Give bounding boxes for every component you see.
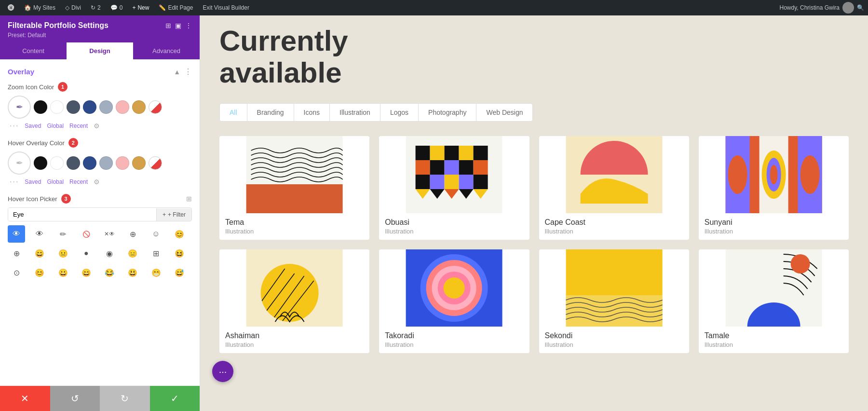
- tab-advanced[interactable]: Advanced: [133, 42, 200, 59]
- filter-tab-photography[interactable]: Photography: [419, 104, 476, 121]
- my-sites-item[interactable]: 🏠 My Sites: [20, 0, 59, 15]
- portfolio-item-takoradi[interactable]: Takoradi Illustration: [379, 249, 529, 353]
- svg-point-29: [728, 155, 747, 194]
- icon-cell-face8[interactable]: 😄: [78, 264, 95, 281]
- panel-layout-icon[interactable]: ▣: [175, 22, 181, 29]
- icon-cell-circle-ring[interactable]: ⊙: [8, 264, 25, 281]
- icon-cell-face5[interactable]: 😆: [171, 245, 188, 262]
- section-menu-icon[interactable]: ⋮: [184, 67, 192, 76]
- saved-link[interactable]: Saved: [25, 123, 41, 129]
- icon-cell-face12[interactable]: 😅: [171, 264, 188, 281]
- global-link[interactable]: Global: [47, 123, 64, 129]
- icon-cell-face4[interactable]: 😑: [124, 245, 141, 262]
- icon-cell-face3[interactable]: 😐: [54, 245, 72, 262]
- tab-design[interactable]: Design: [67, 42, 133, 59]
- recent-link[interactable]: Recent: [69, 123, 88, 129]
- collapse-icon[interactable]: ▲: [174, 68, 180, 76]
- hover-swatch-black[interactable]: [34, 156, 47, 170]
- panel-menu-icon[interactable]: ⋮: [185, 22, 192, 29]
- swatch-gray[interactable]: [99, 100, 113, 114]
- hover-overlay-color-preview[interactable]: ✒: [8, 151, 31, 175]
- portfolio-item-ashaiman[interactable]: Ashaiman Illustration: [219, 249, 369, 353]
- filter-tab-illustration[interactable]: Illustration: [330, 104, 380, 121]
- icon-cell-crosshair[interactable]: ⊕: [8, 245, 25, 262]
- icon-cell-face6[interactable]: 😊: [31, 264, 48, 281]
- divi-item[interactable]: ◇ Divi: [61, 0, 85, 15]
- cancel-button[interactable]: ✕: [0, 386, 50, 411]
- swatch-dark-green[interactable]: [67, 100, 80, 114]
- icon-cell-face1[interactable]: 😊: [171, 225, 188, 243]
- undo-button[interactable]: ↺: [50, 386, 100, 411]
- swatch-black[interactable]: [34, 100, 47, 114]
- icon-cell-eye-x[interactable]: ✕👁: [101, 225, 118, 243]
- edit-page-label: Edit Page: [168, 4, 193, 11]
- hover-swatch-gray[interactable]: [99, 156, 113, 170]
- filter-tab-web-design[interactable]: Web Design: [476, 104, 532, 121]
- gear-icon[interactable]: ⚙: [94, 122, 100, 130]
- icon-picker-target-icon[interactable]: ⊞: [186, 195, 192, 203]
- swatch-pink[interactable]: [116, 100, 129, 114]
- icon-cell-pencil[interactable]: ✏: [54, 225, 72, 243]
- svg-rect-15: [445, 175, 459, 189]
- icon-cell-eye-slash[interactable]: 🚫: [78, 225, 95, 243]
- swatch-navy[interactable]: [83, 100, 96, 114]
- icon-cell-eye-open[interactable]: 👁: [8, 225, 25, 243]
- hover-global-link[interactable]: Global: [47, 178, 64, 185]
- panel-pin-icon[interactable]: ⊞: [165, 22, 171, 29]
- icon-cell-eye2[interactable]: 👁: [31, 225, 48, 243]
- filter-tab-icons[interactable]: Icons: [294, 104, 330, 121]
- filter-tab-branding[interactable]: Branding: [247, 104, 294, 121]
- tab-content[interactable]: Content: [0, 42, 67, 59]
- filter-tab-logos[interactable]: Logos: [380, 104, 419, 121]
- page-heading: Currently available: [219, 25, 849, 89]
- new-item[interactable]: + New: [128, 0, 153, 15]
- icon-cell-face11[interactable]: 😁: [148, 264, 165, 281]
- hover-recent-link[interactable]: Recent: [69, 178, 88, 185]
- hover-swatch-dark-green[interactable]: [67, 156, 80, 170]
- hover-swatch-navy[interactable]: [83, 156, 96, 170]
- icon-cell-circle-dot[interactable]: ◉: [101, 245, 118, 262]
- portfolio-item-tema[interactable]: Tema Illustration: [219, 136, 369, 240]
- icon-cell-target[interactable]: ⊕: [124, 225, 141, 243]
- edit-page-item[interactable]: ✏️ Edit Page: [155, 0, 197, 15]
- icon-cell-face9[interactable]: 😂: [101, 264, 118, 281]
- swatch-none[interactable]: [149, 100, 162, 114]
- icon-cell-face7[interactable]: 😀: [54, 264, 72, 281]
- icon-cell-face2[interactable]: 😄: [31, 245, 48, 262]
- hover-overlay-label: Hover Overlay Color: [8, 139, 65, 147]
- hover-swatch-none[interactable]: [149, 156, 162, 170]
- icon-cell-face10[interactable]: 😃: [124, 264, 141, 281]
- hover-swatch-white[interactable]: [50, 156, 64, 170]
- hover-overlay-label-row: Hover Overlay Color 2: [8, 138, 192, 148]
- icon-cell-grid[interactable]: ⊞: [148, 245, 165, 262]
- icon-cell-dot[interactable]: ●: [78, 245, 95, 262]
- filter-tab-all[interactable]: All: [220, 104, 247, 121]
- filter-button[interactable]: + + Filter: [156, 208, 191, 221]
- wp-logo-item[interactable]: 🅦: [4, 0, 18, 15]
- portfolio-item-tamale[interactable]: Tamale Illustration: [699, 249, 849, 353]
- redo-button[interactable]: ↻: [100, 386, 150, 411]
- hover-swatch-pink[interactable]: [116, 156, 129, 170]
- hover-saved-link[interactable]: Saved: [25, 178, 41, 185]
- zoom-icon-color-preview[interactable]: ✒: [8, 96, 31, 119]
- hover-gear-icon[interactable]: ⚙: [94, 178, 100, 186]
- exit-visual-builder-item[interactable]: Exit Visual Builder: [199, 0, 253, 15]
- svg-point-36: [261, 264, 319, 322]
- swatch-white[interactable]: [50, 100, 64, 114]
- icon-search-input[interactable]: [8, 208, 156, 221]
- portfolio-item-sunyani[interactable]: Sunyani Illustration: [699, 136, 849, 240]
- preset-label[interactable]: Preset: Default: [8, 32, 192, 39]
- comments-count-item[interactable]: ↻ 2: [87, 0, 105, 15]
- save-button[interactable]: ✓: [150, 386, 200, 411]
- search-icon[interactable]: 🔍: [857, 4, 864, 11]
- comments-item[interactable]: 💬 0: [107, 0, 127, 15]
- icon-cell-smile[interactable]: ☺: [148, 225, 165, 243]
- floating-more-button[interactable]: ···: [212, 361, 233, 382]
- swatch-gold[interactable]: [132, 100, 146, 114]
- portfolio-item-sekondi[interactable]: Sekondi Illustration: [539, 249, 689, 353]
- portfolio-item-cape-coast[interactable]: Cape Coast Illustration: [539, 136, 689, 240]
- dots-menu[interactable]: ···: [10, 122, 19, 130]
- portfolio-item-obuasi[interactable]: Obuasi Illustration: [379, 136, 529, 240]
- hover-swatch-gold[interactable]: [132, 156, 146, 170]
- hover-dots-menu[interactable]: ···: [10, 178, 19, 186]
